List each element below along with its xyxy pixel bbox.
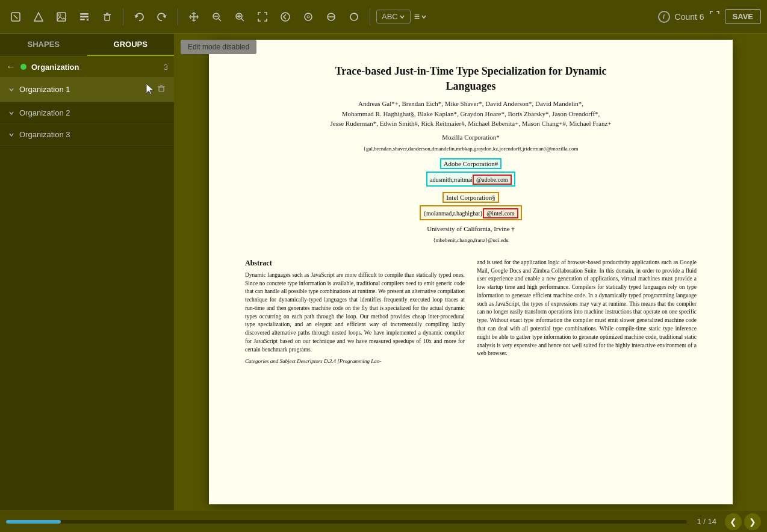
group-item-3[interactable]: Organization 3 xyxy=(0,124,174,146)
brush-tool[interactable] xyxy=(344,7,364,26)
page-info: 1 / 14 xyxy=(697,517,716,526)
progress-track xyxy=(6,520,687,524)
groups-header[interactable]: ← Organization 3 xyxy=(0,57,174,77)
adobe-name-highlight: Adobe Corporation# xyxy=(440,158,502,169)
undo-tool[interactable] xyxy=(129,7,149,26)
chevron-1[interactable] xyxy=(8,87,14,93)
doc-scroll[interactable]: Trace-based Just-in-Time Type Specializa… xyxy=(175,34,767,510)
group-item-2[interactable]: Organization 2 xyxy=(0,102,174,124)
main-area: SHAPES GROUPS ← Organization 3 Organizat… xyxy=(0,34,767,510)
svg-rect-26 xyxy=(159,87,164,91)
expand-button[interactable] xyxy=(709,10,720,23)
svg-line-15 xyxy=(219,19,221,21)
prev-page-tool[interactable] xyxy=(276,7,295,26)
select-tool[interactable] xyxy=(6,7,25,26)
svg-rect-4 xyxy=(58,14,61,16)
delete-tool[interactable] xyxy=(98,7,117,26)
abstract-section: Abstract Dynamic languages such as JavaS… xyxy=(245,259,697,364)
org-adobe: Adobe Corporation# adusmith,rraitmai@ado… xyxy=(245,158,697,187)
doc-authors: Andreas Gal*+, Brendan Eich*, Mike Shave… xyxy=(245,99,697,129)
svg-line-1 xyxy=(14,15,17,19)
org-uci: University of California, Irvine † {mbeb… xyxy=(245,225,697,244)
toolbar-right: i Count 6 SAVE xyxy=(658,9,761,24)
svg-point-21 xyxy=(305,13,312,20)
separator-1 xyxy=(123,8,123,25)
fit-tool[interactable] xyxy=(253,7,272,26)
chevron-3[interactable] xyxy=(8,132,14,138)
abstract-right-col: and is used for the application logic of… xyxy=(477,259,697,364)
toolbar: ABC ≡ i Count 6 SAVE xyxy=(0,0,767,34)
svg-rect-6 xyxy=(80,16,88,17)
back-button[interactable]: ← xyxy=(6,61,16,72)
info-icon: i xyxy=(658,11,670,23)
document-page: Trace-based Just-in-Time Type Specializa… xyxy=(209,40,733,504)
svg-rect-7 xyxy=(80,19,85,20)
group-item-1[interactable]: Organization 1 xyxy=(0,77,174,102)
chevron-2[interactable] xyxy=(8,110,14,116)
abc-label: ABC xyxy=(382,12,398,21)
prev-page-button[interactable]: ❮ xyxy=(725,513,742,530)
intel-email-highlight: {molanmad,r.haghighat}@intel.com xyxy=(420,205,522,220)
sidebar-tabs: SHAPES GROUPS xyxy=(0,34,174,57)
separator-3 xyxy=(370,8,370,25)
count-button[interactable]: Count 6 xyxy=(675,12,704,22)
intel-email-red: @intel.com xyxy=(483,208,518,218)
groups-header-label: Organization xyxy=(31,63,159,72)
move-tool[interactable] xyxy=(184,7,203,26)
edit-mode-bar: Edit mode disabled xyxy=(181,40,256,54)
circle-tool[interactable] xyxy=(299,7,318,26)
next-page-button[interactable]: ❯ xyxy=(744,513,761,530)
group-item-label-1: Organization 1 xyxy=(19,85,155,94)
svg-point-20 xyxy=(281,13,290,21)
org-intel: Intel Corporation§ {molanmad,r.haghighat… xyxy=(245,191,697,220)
intel-name-highlight: Intel Corporation§ xyxy=(442,192,499,203)
abc-dropdown[interactable]: ABC xyxy=(376,10,411,23)
image-tool[interactable] xyxy=(52,7,71,26)
svg-marker-2 xyxy=(34,13,43,21)
redo-tool[interactable] xyxy=(152,7,172,26)
group-item-label-3: Organization 3 xyxy=(19,130,168,139)
org-mozilla: Mozilla Corporation* {gal,brendan,shaver… xyxy=(245,134,697,153)
abstract-left-col: Abstract Dynamic languages such as JavaS… xyxy=(245,259,465,364)
separator-2 xyxy=(178,8,178,25)
svg-point-22 xyxy=(307,16,309,18)
bottom-bar: 1 / 14 ❮ ❯ xyxy=(0,510,767,532)
save-button[interactable]: SAVE xyxy=(725,9,761,24)
doc-area: Edit mode disabled Trace-based Just-in-T… xyxy=(175,34,767,510)
edit-tool[interactable] xyxy=(75,7,94,26)
hamburger-label: ≡ xyxy=(414,11,420,22)
svg-rect-8 xyxy=(105,15,110,20)
zoom-out-tool[interactable] xyxy=(207,7,226,26)
zoom-in-tool[interactable] xyxy=(230,7,249,26)
count-label: Count 6 xyxy=(675,12,704,22)
tab-groups[interactable]: GROUPS xyxy=(87,34,175,56)
adobe-email-highlight: adusmith,rraitmai@adobe.com xyxy=(426,172,515,187)
clear-tool[interactable] xyxy=(321,7,341,26)
doc-title: Trace-based Just-in-Time Type Specializa… xyxy=(245,64,697,94)
group-item-label-2: Organization 2 xyxy=(19,108,168,117)
svg-line-19 xyxy=(241,19,244,21)
delete-button-1[interactable] xyxy=(155,83,168,96)
groups-header-count: 3 xyxy=(164,63,168,72)
progress-fill xyxy=(6,520,61,524)
shape-tool[interactable] xyxy=(29,7,48,26)
hamburger-menu[interactable]: ≡ xyxy=(414,11,427,22)
svg-rect-5 xyxy=(80,13,88,15)
adobe-email-red: @adobe.com xyxy=(473,175,512,185)
org-dot xyxy=(20,64,26,70)
tab-shapes[interactable]: SHAPES xyxy=(0,34,87,56)
sidebar: SHAPES GROUPS ← Organization 3 Organizat… xyxy=(0,34,175,510)
